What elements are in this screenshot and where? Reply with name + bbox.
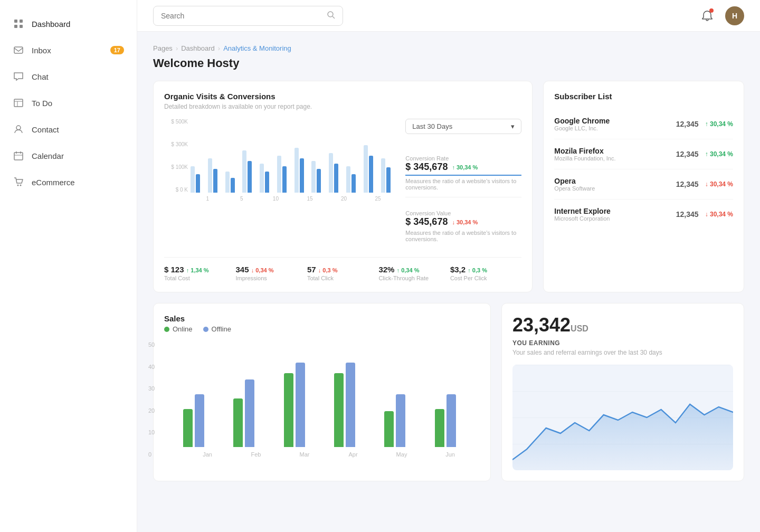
breadcrumb-dashboard: Dashboard bbox=[181, 44, 215, 52]
date-selector-label: Last 30 Days bbox=[412, 122, 452, 130]
grid-icon bbox=[13, 18, 24, 30]
subscriber-item-3: Internet Explore Microsoft Corporation 1… bbox=[554, 200, 733, 229]
avatar[interactable]: H bbox=[725, 6, 744, 25]
page-title: Welcome Hosty bbox=[153, 56, 744, 70]
sales-bar-offline-feb bbox=[245, 379, 254, 447]
search-icon bbox=[327, 11, 335, 21]
sub-change-1: ↑ 30,34 % bbox=[705, 150, 733, 158]
sub-name-1: Mozila Firefox bbox=[554, 147, 615, 155]
bottom-cards-row: Sales Online Offline 50 40 30 bbox=[153, 303, 744, 481]
sales-group-feb bbox=[233, 379, 273, 447]
inbox-badge: 17 bbox=[110, 46, 124, 54]
svg-point-14 bbox=[20, 185, 22, 186]
svg-rect-3 bbox=[20, 25, 23, 28]
calendar-icon bbox=[13, 150, 24, 162]
metric-imp-label: Impressions bbox=[235, 275, 307, 281]
sidebar-label-ecommerce: eCommerce bbox=[32, 178, 75, 187]
sales-legend: Online Offline bbox=[164, 325, 480, 333]
metric-total-click: 57 ↓ 0,3 % Total Click bbox=[307, 265, 378, 281]
sidebar-item-dashboard[interactable]: Dashboard bbox=[0, 11, 137, 37]
metric-cpc-change: ↑ 0,3 % bbox=[468, 267, 487, 273]
sales-group-mar bbox=[284, 363, 324, 447]
bar-chart-inner: $ 500K $ 300K $ 100K $ 0 K bbox=[164, 119, 395, 193]
sales-bar-chart bbox=[183, 341, 474, 447]
earnings-desc: Your sales and referral earnings over th… bbox=[512, 349, 733, 356]
metric-cost-change: ↑ 1,34 % bbox=[186, 267, 209, 273]
sidebar-item-chat[interactable]: Chat bbox=[0, 63, 137, 90]
sub-change-3: ↓ 30,34 % bbox=[705, 211, 733, 218]
table-icon bbox=[13, 97, 24, 109]
sidebar-label-dashboard: Dashboard bbox=[32, 20, 70, 28]
cart-icon bbox=[13, 176, 24, 188]
organic-card-title: Organic Visits & Conversions bbox=[164, 92, 521, 101]
legend-dot-offline bbox=[203, 327, 208, 332]
sidebar-label-inbox: Inbox bbox=[32, 46, 51, 55]
sidebar-item-ecommerce[interactable]: eCommerce bbox=[0, 169, 137, 195]
sidebar-item-contact[interactable]: Contact bbox=[0, 116, 137, 142]
breadcrumb-pages: Pages bbox=[153, 44, 173, 52]
conversion-rate-stat: Conversion Rate $ 345,678 ↑ 30,34 % Meas… bbox=[405, 149, 521, 197]
svg-rect-9 bbox=[14, 153, 23, 160]
search-box[interactable] bbox=[153, 6, 343, 26]
main-area: H Pages › Dashboard › Analytics & Monito… bbox=[137, 0, 760, 532]
subscriber-item-0: Google Chrome Google LLC, Inc. 12,345 ↑ … bbox=[554, 109, 733, 139]
conversion-value-stat: Conversion Value $ 345,678 ↓ 30,34 % Mea… bbox=[405, 204, 521, 249]
subscriber-item-1: Mozila Firefox Mozilla Foundation, Inc. … bbox=[554, 139, 733, 169]
sidebar-item-calendar[interactable]: Calendar bbox=[0, 142, 137, 169]
sales-bar-offline-may bbox=[396, 394, 405, 447]
content-area: Pages › Dashboard › Analytics & Monitori… bbox=[137, 32, 760, 532]
sales-bar-online-feb bbox=[233, 398, 243, 447]
conversion-rate-value: $ 345,678 bbox=[405, 162, 448, 173]
earnings-currency: USD bbox=[571, 324, 588, 333]
sidebar-label-contact: Contact bbox=[32, 125, 59, 134]
subscriber-list-title: Subscriber List bbox=[554, 92, 733, 101]
svg-point-8 bbox=[16, 126, 21, 130]
svg-rect-1 bbox=[20, 20, 23, 23]
divider-line bbox=[405, 175, 521, 176]
svg-rect-2 bbox=[14, 25, 17, 28]
sales-bar-online-may bbox=[384, 411, 394, 447]
sidebar-item-inbox[interactable]: Inbox 17 bbox=[0, 37, 137, 63]
subscriber-item-2: Opera Opera Software 12,345 ↓ 30,34 % bbox=[554, 169, 733, 200]
conversion-rate-label: Conversion Rate bbox=[405, 155, 521, 162]
sales-x-labels: Jan Feb Mar Apr May Jun bbox=[183, 451, 474, 458]
earnings-card: 23,342USD YOU EARNING Your sales and ref… bbox=[501, 303, 744, 481]
metric-cpc-value: $3,2 bbox=[450, 265, 466, 274]
sales-bar-offline-jan bbox=[195, 394, 204, 447]
organic-visits-card: Organic Visits & Conversions Detailed br… bbox=[153, 81, 533, 292]
sub-count-2: 12,345 bbox=[676, 180, 699, 188]
legend-offline-label: Offline bbox=[212, 325, 231, 333]
mail-icon bbox=[13, 44, 24, 56]
breadcrumb-analytics: Analytics & Monitoring bbox=[223, 44, 291, 52]
conversion-rate-change: ↑ 30,34 % bbox=[452, 164, 478, 170]
sub-name-3: Internet Explore bbox=[554, 207, 611, 215]
metric-ctr-label: Click-Through Rate bbox=[378, 275, 450, 281]
sub-company-1: Mozilla Foundation, Inc. bbox=[554, 155, 615, 162]
metric-cpc-label: Cost Per Click bbox=[450, 275, 521, 281]
metric-impressions: 345 ↓ 0,34 % Impressions bbox=[235, 265, 307, 281]
search-input[interactable] bbox=[161, 12, 322, 20]
metric-cpc: $3,2 ↑ 0,3 % Cost Per Click bbox=[450, 265, 521, 281]
earnings-amount: 23,342 bbox=[512, 314, 571, 336]
svg-rect-4 bbox=[14, 47, 23, 53]
conversion-rate-desc: Measures the ratio of a website's visito… bbox=[405, 178, 521, 191]
sidebar: Dashboard Inbox 17 Chat To Do Contact Ca… bbox=[0, 0, 137, 532]
stats-area: Last 30 Days ▾ Conversion Rate $ 345,678… bbox=[405, 119, 521, 249]
subscriber-list-card: Subscriber List Google Chrome Google LLC… bbox=[543, 81, 744, 292]
notification-button[interactable] bbox=[698, 6, 717, 25]
sales-bar-online-mar bbox=[284, 373, 293, 447]
sales-y-labels: 50 40 30 20 10 0 bbox=[148, 341, 155, 458]
metric-imp-change: ↓ 0,34 % bbox=[251, 267, 274, 273]
organic-card-subtitle: Detailed breakdown is available on your … bbox=[164, 103, 521, 110]
svg-rect-0 bbox=[14, 20, 17, 23]
date-selector[interactable]: Last 30 Days ▾ bbox=[405, 119, 521, 134]
sales-group-apr bbox=[334, 363, 374, 447]
sales-bar-online-jan bbox=[183, 409, 193, 447]
metric-total-cost: $ 123 ↑ 1,34 % Total Cost bbox=[164, 265, 235, 281]
sales-chart-wrap: 50 40 30 20 10 0 bbox=[164, 341, 480, 458]
sidebar-item-todo[interactable]: To Do bbox=[0, 90, 137, 116]
earnings-label: YOU EARNING bbox=[512, 339, 733, 347]
breadcrumb: Pages › Dashboard › Analytics & Monitori… bbox=[153, 44, 744, 52]
metric-cost-value: $ 123 bbox=[164, 265, 184, 274]
sales-group-jun bbox=[435, 394, 474, 447]
